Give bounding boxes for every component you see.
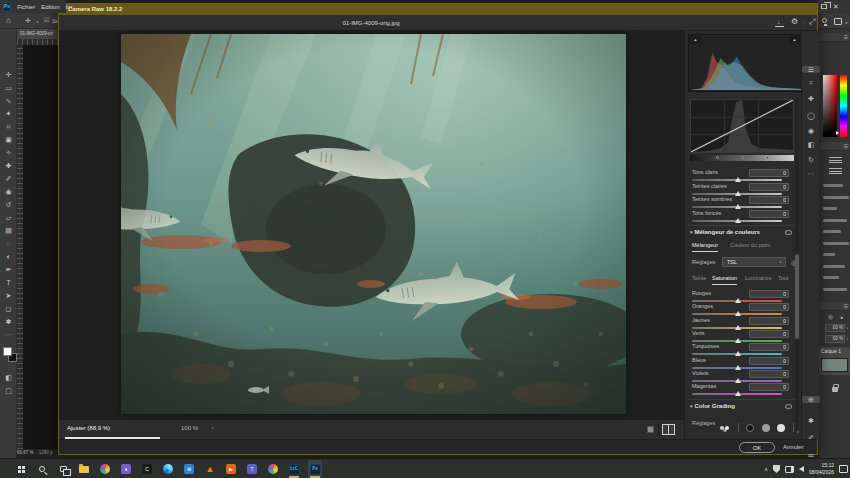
acr-zoom-tool-icon[interactable]: ⊕ <box>802 396 820 403</box>
learn-lightbulb-icon[interactable] <box>822 18 827 23</box>
histogram[interactable]: ▲ ▲ <box>688 34 802 92</box>
acr-masking-tool-icon[interactable]: ◯ <box>802 112 820 119</box>
slider-thumb[interactable] <box>735 391 741 396</box>
layer-fill-field[interactable]: 00 % <box>825 335 845 343</box>
preferences-gear-icon[interactable]: ⚙ <box>791 18 798 26</box>
acr-crop-tool-icon[interactable]: ⌗ <box>802 79 820 86</box>
acr-more-tool-icon[interactable]: ⋯ <box>802 170 820 177</box>
taskbar-start[interactable] <box>14 460 28 478</box>
grading-highlights-icon[interactable] <box>777 424 785 432</box>
fill-chevron-icon[interactable]: ∨ <box>846 337 849 341</box>
layer-lock-icon[interactable] <box>832 387 838 392</box>
security-shield-icon[interactable] <box>773 465 780 473</box>
slider-track[interactable] <box>692 300 782 302</box>
taskbar-microsoft-store[interactable]: ⊞ <box>182 460 196 478</box>
subtab-teinte[interactable]: Teinte <box>692 276 707 282</box>
range-split-dot[interactable] <box>741 156 744 159</box>
collapse-chevron-icon[interactable]: ▾ <box>690 229 693 235</box>
slider-value-field[interactable]: 0 <box>749 169 789 177</box>
screen-mode-chevron-icon[interactable]: ∨ <box>845 21 848 25</box>
zoom-chevron-icon[interactable]: ∨ <box>211 426 214 430</box>
frame-tool[interactable]: ▣ <box>0 136 17 143</box>
camera-raw-title-bar[interactable]: Camera Raw 18.2.2 <box>59 4 817 15</box>
taskbar-copilot[interactable] <box>266 460 280 478</box>
hidden-icons-chevron[interactable]: ∧ <box>764 467 768 472</box>
taskbar-teams[interactable]: T <box>245 460 259 478</box>
hue-strip[interactable] <box>840 75 847 137</box>
eraser-tool[interactable]: ▱ <box>0 214 17 221</box>
lock-icon[interactable]: ⦿ <box>828 315 833 320</box>
tab-couleur-du-point[interactable]: Couleur du point <box>730 243 770 249</box>
screen-mode-icon[interactable] <box>834 18 842 25</box>
blur-tool[interactable]: ◌ <box>0 240 17 247</box>
slider-track[interactable] <box>692 313 782 315</box>
slider-value-field[interactable]: 0 <box>749 196 789 204</box>
clone-stamp-tool[interactable]: ◉ <box>0 188 17 195</box>
range-split-dot[interactable] <box>766 156 769 159</box>
eyedropper-tool[interactable]: ✧ <box>0 149 17 156</box>
before-after-view-icon[interactable] <box>662 424 675 435</box>
screen-mode-icon[interactable]: ▢ <box>0 387 17 394</box>
move-tool[interactable]: ✛ <box>0 71 17 78</box>
layer-thumbnail[interactable] <box>821 358 848 372</box>
brush-tool[interactable]: ✐ <box>0 175 17 182</box>
hand-tool[interactable]: ✱ <box>0 318 17 325</box>
layer-row[interactable]: Calque 1 <box>819 347 850 375</box>
slider-thumb[interactable] <box>735 204 741 209</box>
slider-value-field[interactable]: 0 <box>749 303 789 311</box>
slider-track[interactable] <box>692 340 782 342</box>
slider-thumb[interactable] <box>735 191 741 196</box>
crop-tool[interactable]: ⌗ <box>0 123 17 130</box>
slider-track[interactable] <box>692 220 782 222</box>
slider-track[interactable] <box>692 193 782 195</box>
slider-thumb[interactable] <box>735 351 741 356</box>
slider-value-field[interactable]: 0 <box>749 370 789 378</box>
grading-shadows-icon[interactable] <box>746 424 754 432</box>
slider-value-field[interactable]: 0 <box>749 290 789 298</box>
history-brush-tool[interactable]: ↺ <box>0 201 17 208</box>
acr-hand-tool-icon[interactable]: ✱ <box>802 417 820 424</box>
slider-track[interactable] <box>692 206 782 208</box>
acr-presets-tool-icon[interactable]: ◧ <box>802 141 820 148</box>
slider-track[interactable] <box>692 380 782 382</box>
color-mixer-header[interactable]: ▾Mélangeur de couleurs <box>690 229 760 235</box>
path-selection-tool[interactable]: ➤ <box>0 292 17 299</box>
lasso-tool[interactable]: ∿ <box>0 97 17 104</box>
scrollbar-thumb[interactable] <box>795 254 799 339</box>
menu-image[interactable]: Im <box>66 4 73 10</box>
taskbar-app-violet[interactable]: ♦ <box>119 460 133 478</box>
subtab-luminance[interactable]: Luminance <box>745 276 772 282</box>
slider-thumb[interactable] <box>735 338 741 343</box>
menu-edition[interactable]: Edition <box>41 4 59 10</box>
panel-scrollbar[interactable] <box>795 97 799 431</box>
taskbar-file-explorer[interactable] <box>77 460 91 478</box>
single-view-icon[interactable] <box>647 426 654 433</box>
highlight-clipping-icon[interactable]: ▲ <box>789 36 800 44</box>
opacity-chevron-icon[interactable]: ∨ <box>846 326 849 330</box>
quick-selection-tool[interactable]: ✦ <box>0 110 17 117</box>
fullscreen-toggle-icon[interactable]: ⤢ <box>809 18 815 26</box>
subtab-tout[interactable]: Tout <box>778 276 788 282</box>
mixer-visibility-eye-icon[interactable] <box>785 230 792 235</box>
taskbar-search[interactable] <box>35 460 49 478</box>
slider-thumb[interactable] <box>735 177 741 182</box>
slider-track[interactable] <box>692 393 782 395</box>
taskbar-photoshop[interactable]: Ps <box>308 460 322 478</box>
grading-midtones-icon[interactable] <box>762 424 770 432</box>
pen-tool[interactable]: ✒ <box>0 266 17 273</box>
slider-track[interactable] <box>692 327 782 329</box>
slider-value-field[interactable]: 0 <box>749 210 789 218</box>
range-split-dot[interactable] <box>716 156 719 159</box>
shadow-clipping-icon[interactable]: ▲ <box>690 36 701 44</box>
acr-edit-tool-icon[interactable]: ☰ <box>802 66 820 73</box>
photo-preview[interactable] <box>121 34 626 414</box>
curve-range-strip[interactable] <box>690 155 794 161</box>
taskbar-edge[interactable] <box>161 460 175 478</box>
ok-button[interactable]: OK <box>739 442 775 453</box>
slider-thumb[interactable] <box>735 311 741 316</box>
foreground-color-swatch[interactable] <box>3 347 12 356</box>
zoom-100-tab[interactable]: 100 % <box>181 425 198 431</box>
slider-value-field[interactable]: 0 <box>749 343 789 351</box>
taskbar-clipchamp[interactable]: C <box>140 460 154 478</box>
tone-curve[interactable] <box>690 99 794 153</box>
